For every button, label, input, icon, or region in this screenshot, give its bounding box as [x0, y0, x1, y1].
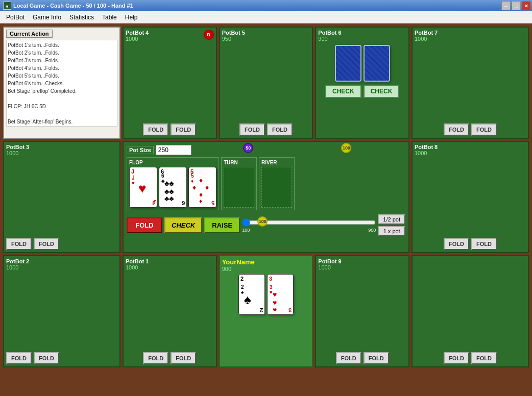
potbot7-chips: 1000 [415, 36, 526, 42]
minimize-button[interactable]: ─ [501, 1, 511, 10]
player-potbot5: PotBot 5 950 FOLD FOLD [219, 27, 313, 139]
potbot4-chips: 1000 [126, 36, 149, 42]
titlebar-controls: ─ □ ✕ [501, 1, 531, 10]
player-potbot1: PotBot 1 1000 FOLD FOLD [123, 255, 217, 367]
player-potbot8: PotBot 8 1000 FOLD FOLD [412, 141, 529, 253]
yourname-card2: 3 3 ♥ ♥ ♥ ♥ 3 [267, 274, 294, 315]
pot-label: Pot Size [127, 146, 154, 154]
maximize-button[interactable]: □ [512, 1, 521, 10]
player-potbot3: PotBot 3 1000 FOLD FOLD [3, 141, 120, 253]
flop-card-2: 6 6 ♣ ♣♣ ♣♣ ♣♣ 6 [159, 167, 187, 208]
potbot3-name: PotBot 3 [6, 144, 117, 150]
svg-text:♦: ♦ [199, 176, 203, 184]
svg-text:♦: ♦ [192, 183, 196, 191]
potbot9-chips: 1000 [318, 264, 406, 270]
potbot7-fold-btn[interactable]: FOLD [444, 123, 469, 136]
yourname-card1: 2 2 ♠ ♠ 2 [238, 274, 265, 315]
svg-text:♥: ♥ [132, 180, 135, 186]
potbot1-chips: 1000 [126, 264, 214, 270]
menubar: PotBot Game Info Statistics Table Help [0, 11, 532, 23]
svg-text:♦: ♦ [205, 183, 209, 191]
potbot5-fold-btn2[interactable]: FOLD [267, 123, 293, 136]
center-board: 50 100 Pot Size FLOP J [123, 141, 409, 253]
potbot2-chips: 1000 [6, 264, 117, 270]
slider-min-label: 100 [242, 228, 250, 233]
svg-text:♥: ♥ [273, 290, 277, 299]
potbot1-fold-btn2[interactable]: FOLD [171, 352, 196, 364]
potbot4-fold-btn[interactable]: FOLD [143, 123, 168, 136]
svg-text:♥: ♥ [138, 181, 146, 196]
potbot4-name: PotBot 4 [126, 30, 149, 36]
menu-gameinfo[interactable]: Game Info [29, 13, 65, 22]
yourname-name: YourName [222, 258, 310, 266]
potbot-right-fold-btn4[interactable]: FOLD [471, 352, 497, 364]
raise-button[interactable]: RAISE [204, 217, 240, 233]
player-potbot7: PotBot 7 1000 FOLD FOLD [412, 27, 529, 139]
action-log: PotBot 1's turn...Folds. PotBot 2's turn… [6, 40, 117, 127]
pot-size-input[interactable] [156, 145, 191, 155]
current-action-title: Current Action [6, 30, 53, 38]
potbot6-name: PotBot 6 [318, 30, 406, 36]
menu-table[interactable]: Table [98, 13, 121, 22]
potbot3-fold-btn2[interactable]: FOLD [34, 238, 59, 250]
potbot7-name: PotBot 7 [415, 30, 526, 36]
svg-text:♥: ♥ [273, 306, 277, 311]
potbot9-fold-btn[interactable]: FOLD [336, 352, 361, 364]
potbot2-fold-btn2[interactable]: FOLD [34, 352, 59, 364]
close-button[interactable]: ✕ [522, 1, 531, 10]
menu-potbot[interactable]: PotBot [2, 13, 29, 22]
check-button[interactable]: CHECK [164, 217, 202, 233]
half-pot-button[interactable]: 1/2 pot [378, 214, 405, 225]
potbot8-fold-btn[interactable]: FOLD [444, 238, 469, 250]
potbot6-check-btn2[interactable]: CHECK [364, 85, 400, 98]
menu-help[interactable]: Help [121, 13, 142, 22]
potbot9-name: PotBot 9 [318, 258, 406, 264]
slider-max-label: 900 [368, 228, 376, 233]
potbot5-chips: 950 [222, 36, 310, 42]
titlebar-icon: ♠ [3, 2, 11, 10]
potbot1-fold-btn[interactable]: FOLD [143, 352, 168, 364]
flop-card-1: J J ♥ ♥ J J [129, 167, 157, 208]
potbot5-name: PotBot 5 [222, 30, 310, 36]
dealer-chip: D [204, 30, 214, 40]
one-pot-button[interactable]: 1 x pot [378, 226, 405, 236]
potbot8-fold-btn2[interactable]: FOLD [471, 238, 497, 250]
svg-text:♣♣: ♣♣ [164, 194, 174, 203]
player-potbot8-bottom: FOLD FOLD [412, 255, 529, 367]
flop-card-3: 5 5 ♦ ♦ ♦ ♦ ♦ ♦ [188, 167, 216, 208]
svg-text:♠: ♠ [244, 292, 251, 307]
svg-text:♦: ♦ [199, 197, 202, 205]
potbot6-card2 [364, 45, 390, 82]
titlebar-title: Local Game - Cash Game - 50 / 100 - Hand… [13, 3, 133, 9]
potbot3-chips: 1000 [6, 150, 117, 156]
potbot8-chips: 1000 [415, 150, 526, 156]
main-area: Current Action PotBot 1's turn...Folds. … [0, 23, 532, 396]
current-action-panel: Current Action PotBot 1's turn...Folds. … [3, 27, 120, 139]
potbot6-card1 [335, 45, 361, 82]
potbot9-fold-btn2[interactable]: FOLD [364, 352, 389, 364]
titlebar: ♠ Local Game - Cash Game - 50 / 100 - Ha… [0, 0, 532, 11]
player-potbot2: PotBot 2 1000 FOLD FOLD [3, 255, 120, 367]
player-yourname: YourName 900 2 2 ♠ ♠ 2 [219, 255, 313, 367]
player-potbot9: PotBot 9 1000 FOLD FOLD [315, 255, 409, 367]
potbot6-chips: 900 [318, 36, 406, 42]
svg-text:♣♣: ♣♣ [164, 179, 174, 187]
potbot8-name: PotBot 8 [415, 144, 526, 150]
potbot5-fold-btn[interactable]: FOLD [239, 123, 265, 136]
potbot-right-fold-btn3[interactable]: FOLD [444, 352, 469, 364]
menu-statistics[interactable]: Statistics [65, 13, 98, 22]
fold-button[interactable]: FOLD [127, 217, 162, 233]
yourname-chips: 900 [222, 266, 310, 272]
potbot1-name: PotBot 1 [126, 258, 214, 264]
potbot3-fold-btn[interactable]: FOLD [6, 238, 32, 250]
player-potbot4: PotBot 4 1000 D FOLD FOLD [123, 27, 217, 139]
potbot7-fold-btn2[interactable]: FOLD [471, 123, 497, 136]
player-potbot6: PotBot 6 900 CHECK CHECK [315, 27, 409, 139]
potbot2-name: PotBot 2 [6, 258, 117, 264]
potbot2-fold-btn[interactable]: FOLD [6, 352, 32, 364]
potbot4-fold-btn2[interactable]: FOLD [171, 123, 196, 136]
potbot6-check-btn1[interactable]: CHECK [325, 85, 361, 98]
